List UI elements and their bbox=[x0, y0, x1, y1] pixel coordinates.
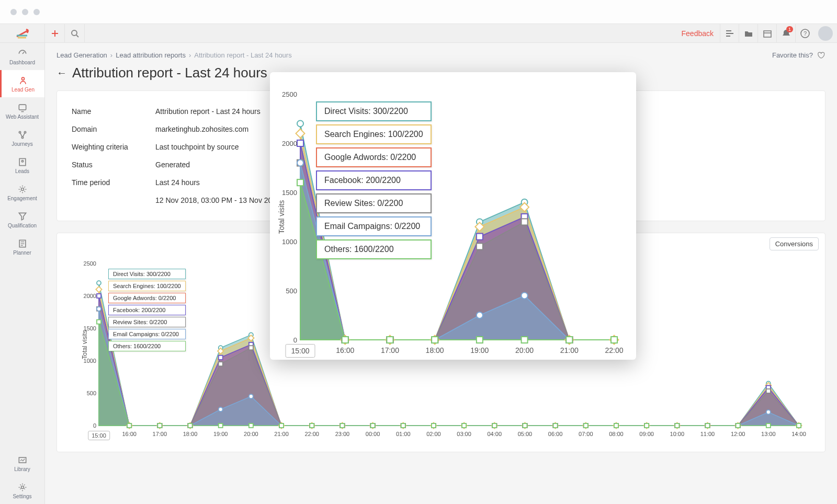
y-tick: 1500 bbox=[274, 189, 297, 197]
svg-rect-233 bbox=[297, 179, 303, 186]
svg-rect-134 bbox=[766, 389, 771, 393]
tooltip-row: Search Engines: 100/2200 bbox=[316, 124, 432, 144]
svg-rect-162 bbox=[157, 423, 162, 428]
y-tick: 2000 bbox=[274, 140, 297, 147]
tooltip-row: Email Campaigns: 0/2200 bbox=[108, 329, 186, 339]
x-tick: 18:00 bbox=[183, 431, 198, 437]
sidebar-item-library[interactable]: Library bbox=[0, 450, 44, 477]
window-min-dot[interactable] bbox=[22, 9, 28, 15]
sidebar-item-webassistant[interactable]: Web Assistant bbox=[0, 97, 44, 124]
svg-rect-238 bbox=[522, 337, 528, 343]
x-tick: 05:00 bbox=[518, 431, 533, 437]
svg-rect-179 bbox=[675, 423, 679, 428]
svg-rect-168 bbox=[340, 423, 344, 428]
feedback-link[interactable]: Feedback bbox=[682, 29, 714, 38]
sidebar-item-engagement[interactable]: Engagement bbox=[0, 179, 44, 206]
tooltip-row: Others: 1600/2200 bbox=[316, 239, 432, 259]
svg-rect-235 bbox=[387, 337, 393, 343]
svg-point-10 bbox=[21, 160, 23, 162]
y-tick: 1500 bbox=[75, 325, 96, 331]
breadcrumb-item[interactable]: Lead Generation bbox=[56, 51, 107, 59]
x-tick: 18:00 bbox=[426, 346, 444, 354]
y-tick: 2500 bbox=[75, 260, 96, 267]
svg-point-141 bbox=[249, 394, 253, 398]
breadcrumb: Lead Generation › Lead attribution repor… bbox=[56, 50, 825, 60]
x-tick: 00:00 bbox=[366, 431, 380, 437]
sidebar-item-label: Journeys bbox=[12, 141, 33, 147]
search-button[interactable] bbox=[65, 24, 85, 42]
svg-rect-239 bbox=[566, 337, 572, 343]
svg-rect-116 bbox=[219, 362, 223, 366]
x-tick: 06:00 bbox=[548, 431, 563, 437]
sidebar-item-settings[interactable]: Settings bbox=[0, 477, 44, 504]
window-max-dot[interactable] bbox=[33, 9, 40, 15]
tooltip-row: Review Sites: 0/2200 bbox=[108, 317, 186, 327]
sidebar-item-label: Web Assistant bbox=[6, 114, 39, 120]
info-value: marketinghub.zohosites.com bbox=[155, 125, 248, 133]
svg-rect-180 bbox=[705, 423, 709, 428]
svg-rect-169 bbox=[371, 423, 375, 428]
timeline-icon[interactable] bbox=[720, 24, 739, 42]
calendar-icon[interactable] bbox=[757, 24, 776, 42]
svg-text:?: ? bbox=[803, 30, 806, 37]
y-tick: 2000 bbox=[75, 293, 96, 299]
sidebar-item-qualification[interactable]: Qualification bbox=[0, 206, 44, 233]
y-axis-label: Total visits bbox=[81, 330, 88, 359]
favorite-toggle[interactable]: Favorite this? bbox=[772, 50, 825, 60]
svg-rect-167 bbox=[310, 423, 314, 428]
back-arrow[interactable]: ← bbox=[56, 67, 67, 79]
sidebar-item-leadgen[interactable]: Lead Gen bbox=[0, 70, 44, 97]
x-tick: 15:00 bbox=[285, 344, 315, 358]
y-tick: 500 bbox=[75, 390, 96, 396]
svg-rect-177 bbox=[614, 423, 618, 428]
sidebar-item-leads[interactable]: Leads bbox=[0, 152, 44, 179]
svg-rect-221 bbox=[477, 243, 483, 249]
svg-rect-171 bbox=[432, 423, 436, 428]
svg-point-14 bbox=[21, 486, 24, 488]
svg-point-4 bbox=[22, 77, 25, 80]
svg-rect-178 bbox=[644, 423, 649, 428]
top-bar: Feedback 1 ? bbox=[0, 24, 837, 43]
x-tick: 01:00 bbox=[396, 431, 411, 437]
svg-point-7 bbox=[24, 131, 26, 133]
svg-rect-234 bbox=[342, 337, 348, 343]
sidebar-item-label: Engagement bbox=[7, 196, 37, 201]
sidebar-item-dashboard[interactable]: Dashboard bbox=[0, 43, 44, 70]
sidebar-item-planner[interactable]: Planner bbox=[0, 233, 44, 260]
svg-rect-88 bbox=[97, 294, 101, 298]
y-tick: 1000 bbox=[75, 358, 96, 364]
chevron-right-icon: › bbox=[110, 51, 112, 59]
info-label: Status bbox=[72, 161, 155, 169]
folder-icon[interactable] bbox=[739, 24, 757, 42]
x-tick: 08:00 bbox=[609, 431, 624, 437]
sidebar: Dashboard Lead Gen Web Assistant Journey… bbox=[0, 43, 45, 504]
svg-rect-176 bbox=[584, 423, 588, 428]
svg-point-6 bbox=[19, 131, 20, 133]
x-tick: 12:00 bbox=[731, 431, 745, 437]
conversions-tab[interactable]: Conversions bbox=[770, 237, 819, 250]
svg-rect-5 bbox=[19, 105, 26, 110]
sidebar-item-label: Dashboard bbox=[9, 60, 35, 65]
x-tick: 19:00 bbox=[213, 431, 228, 437]
svg-rect-209 bbox=[297, 140, 303, 146]
avatar[interactable] bbox=[814, 24, 837, 42]
notifications-icon[interactable]: 1 bbox=[776, 24, 795, 42]
svg-point-230 bbox=[522, 292, 528, 299]
overlay-chart[interactable]: Total visits Direct Visits: 300/2200Sear… bbox=[300, 94, 614, 340]
svg-rect-172 bbox=[462, 423, 466, 428]
info-label: Domain bbox=[72, 125, 155, 133]
svg-point-8 bbox=[21, 136, 23, 138]
add-button[interactable] bbox=[45, 24, 65, 42]
svg-rect-236 bbox=[432, 337, 438, 343]
info-value: Generated bbox=[155, 161, 190, 169]
help-icon[interactable]: ? bbox=[795, 24, 814, 42]
breadcrumb-item[interactable]: Lead attribution reports bbox=[116, 51, 186, 59]
svg-point-225 bbox=[297, 160, 303, 166]
x-tick: 04:00 bbox=[487, 431, 502, 437]
app-logo[interactable] bbox=[0, 24, 45, 42]
svg-rect-170 bbox=[401, 423, 405, 428]
window-close-dot[interactable] bbox=[10, 9, 17, 15]
sidebar-item-journeys[interactable]: Journeys bbox=[0, 124, 44, 152]
tooltip-row: Search Engines: 100/2200 bbox=[108, 281, 186, 291]
x-tick: 07:00 bbox=[579, 431, 593, 437]
